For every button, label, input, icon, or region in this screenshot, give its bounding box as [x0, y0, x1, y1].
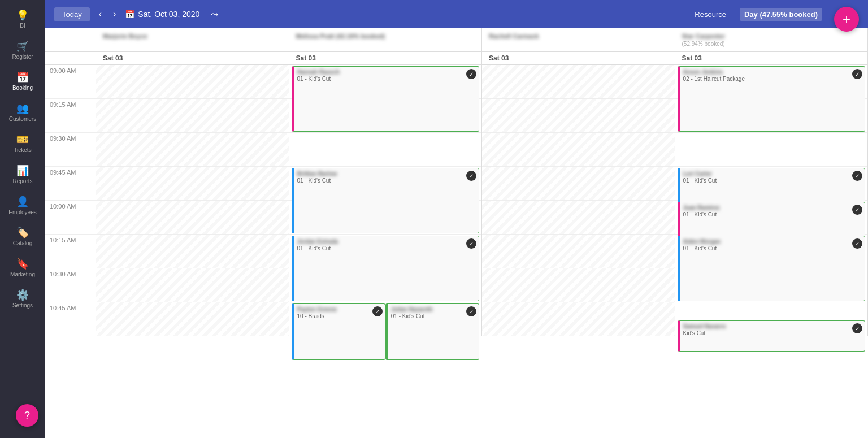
today-button[interactable]: Today	[54, 7, 90, 21]
main-content: Today ‹ › 📅 Sat, Oct 03, 2020 ⤳ Resource…	[45, 0, 868, 438]
sidebar-item-reports[interactable]: 📊 Reports	[0, 160, 45, 189]
add-fab[interactable]: +	[834, 7, 859, 32]
calendar-nav: Today ‹ › 📅 Sat, Oct 03, 2020 ⤳	[54, 7, 218, 21]
appt-brittian-barlow[interactable]: Brittian Barlow 01 - Kid's Cut ✓	[292, 168, 480, 233]
time-0945: 09:45 AM	[45, 167, 96, 201]
appt-julian-nazareth[interactable]: Julian Nazareth 01 - Kid's Cut ✓	[385, 303, 479, 360]
resource-column-2	[482, 65, 675, 336]
appt-aiden-morgan[interactable]: Aiden Morgan 01 - Kid's Cut ✓	[678, 236, 866, 301]
sidebar: 💡 BI 🛒 Register 📅 Booking 👥 Customers 🎫 …	[0, 0, 45, 438]
resource-col-2: Rachell Carmack	[482, 28, 675, 51]
columns-wrapper: Hannah Rausch 01 - Kid's Cut ✓ Brittian …	[96, 65, 868, 336]
register-icon: 🛒	[16, 40, 29, 53]
appt-ansen-jenkins[interactable]: Ansen Jenkins 02 - 1st Haircut Package ✓	[678, 66, 866, 132]
bi-icon: 💡	[16, 9, 29, 21]
appt-samuel-navarro[interactable]: Samuel Navarro Kid's Cut ✓	[678, 320, 866, 352]
time-1045: 10:45 AM	[45, 302, 96, 336]
date-cell-2: Sat 03	[482, 52, 675, 64]
reports-icon: 📊	[16, 164, 29, 177]
resource-header: Marjorie Boyce Melissa Pratt (42.16% boo…	[45, 28, 868, 52]
sidebar-item-settings[interactable]: ⚙️ Settings	[0, 284, 45, 313]
resource-col-1: Melissa Pratt (42.16% booked)	[289, 28, 483, 51]
appt-jordan-estrada[interactable]: Jordan Estrada 01 - Kid's Cut ✓	[292, 236, 480, 301]
customers-icon: 👥	[16, 102, 29, 115]
resource-col-0: Marjorie Boyce	[96, 28, 289, 51]
resource-view-button[interactable]: Resource	[690, 8, 731, 21]
resource-column-1: Hannah Rausch 01 - Kid's Cut ✓ Brittian …	[289, 65, 483, 336]
sidebar-item-customers[interactable]: 👥 Customers	[0, 98, 45, 127]
sidebar-item-bi[interactable]: 💡 BI	[0, 5, 45, 33]
sidebar-item-register[interactable]: 🛒 Register	[0, 36, 45, 64]
time-1030: 10:30 AM	[45, 268, 96, 302]
calendar-icon: 📅	[125, 10, 134, 19]
time-col-header	[45, 28, 96, 51]
sidebar-item-tickets[interactable]: 🎫 Tickets	[0, 129, 45, 158]
day-view-button[interactable]: Day (47.55% booked)	[740, 8, 822, 21]
date-cell-0: Sat 03	[96, 52, 289, 64]
sidebar-item-booking[interactable]: 📅 Booking	[0, 67, 45, 96]
settings-icon: ⚙️	[16, 289, 29, 301]
tickets-icon: 🎫	[16, 133, 29, 146]
date-row: Sat 03 Sat 03 Sat 03 Sat 03	[45, 52, 868, 65]
appt-hannah-rausch[interactable]: Hannah Rausch 01 - Kid's Cut ✓	[292, 66, 480, 132]
employees-icon: 👤	[16, 196, 29, 208]
calendar-date: 📅 Sat, Oct 03, 2020	[125, 10, 199, 19]
sidebar-item-catalog[interactable]: 🏷️ Catalog	[0, 222, 45, 251]
calendar-grid: 09:00 AM 09:15 AM 09:30 AM 09:45 AM 10:0…	[45, 65, 868, 438]
appt-payton-greene[interactable]: Payton Greene 10 - Braids ✓	[292, 303, 385, 360]
resource-col-3: Star Carpenter (52.94% booked)	[675, 28, 869, 51]
time-0900: 09:00 AM	[45, 65, 96, 99]
time-labels: 09:00 AM 09:15 AM 09:30 AM 09:45 AM 10:0…	[45, 65, 96, 336]
date-cell-3: Sat 03	[675, 52, 869, 64]
calendar-header: Today ‹ › 📅 Sat, Oct 03, 2020 ⤳ Resource…	[45, 0, 868, 28]
calendar-grid-inner: 09:00 AM 09:15 AM 09:30 AM 09:45 AM 10:0…	[45, 65, 868, 336]
sidebar-item-marketing[interactable]: 🔖 Marketing	[0, 253, 45, 282]
resource-column-0	[96, 65, 289, 336]
share-icon[interactable]: ⤳	[211, 9, 218, 20]
time-1000: 10:00 AM	[45, 201, 96, 235]
help-fab[interactable]: ?	[16, 404, 38, 427]
booking-icon: 📅	[16, 71, 29, 84]
next-button[interactable]: ›	[111, 8, 118, 20]
catalog-icon: 🏷️	[16, 227, 29, 239]
time-1015: 10:15 AM	[45, 235, 96, 268]
date-cell-1: Sat 03	[289, 52, 483, 64]
marketing-icon: 🔖	[16, 258, 29, 270]
time-0930: 09:30 AM	[45, 133, 96, 167]
sidebar-item-employees[interactable]: 👤 Employees	[0, 191, 45, 220]
resource-column-3: Ansen Jenkins 02 - 1st Haircut Package ✓…	[675, 65, 869, 336]
prev-button[interactable]: ‹	[97, 8, 104, 20]
time-0915: 09:15 AM	[45, 99, 96, 133]
